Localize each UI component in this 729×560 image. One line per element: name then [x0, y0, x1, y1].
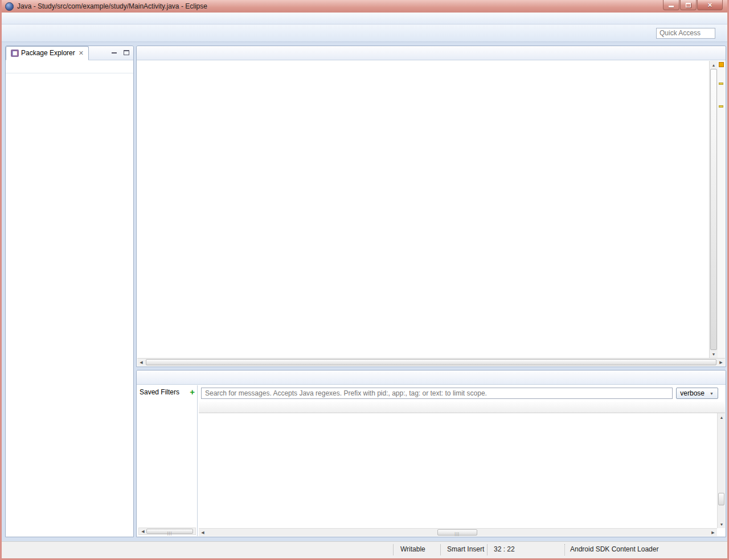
logcat-vertical-scrollbar[interactable]: ▲ ▼ [717, 413, 725, 528]
saved-filters-header: Saved Filters + [137, 385, 197, 398]
window-title: Java - Study/src/com/example/study/MainA… [17, 2, 207, 10]
scroll-down-icon[interactable]: ▼ [718, 520, 725, 528]
scroll-right-icon[interactable]: ▶ [709, 529, 717, 536]
logcat-horizontal-scrollbar[interactable]: ◀ ▶ ||| [199, 528, 717, 536]
menu-bar [2, 13, 727, 24]
logcat-toolbar: verbose ▼ [198, 385, 725, 401]
scroll-left-icon[interactable]: ◀ [199, 529, 207, 536]
editor-tabbar [137, 46, 726, 60]
logcat-main: verbose ▼ ▲ ▼ ◀ [198, 385, 725, 536]
scrollbar-thumb[interactable] [710, 69, 717, 350]
package-explorer-toolbar [6, 60, 133, 73]
project-tree [6, 73, 133, 75]
restore-button[interactable] [680, 0, 697, 10]
saved-filters-pane: Saved Filters + ◀ ||| [137, 385, 198, 536]
close-view-icon[interactable]: ✕ [79, 50, 84, 57]
background-task-status[interactable]: Android SDK Content Loader [570, 545, 658, 553]
logcat-view: Saved Filters + ◀ ||| verbose ▼ [137, 385, 725, 536]
quick-access-wrap [656, 28, 715, 39]
caret-position: 32 : 22 [494, 545, 515, 553]
eclipse-window: Java - Study/src/com/example/study/MainA… [0, 0, 729, 560]
logcat-table: ▲ ▼ ◀ ▶ ||| [199, 402, 725, 536]
minimize-button[interactable] [663, 0, 679, 10]
package-explorer-tab[interactable]: ▦ Package Explorer ✕ [6, 46, 89, 60]
close-button[interactable]: × [697, 0, 723, 10]
chevron-down-icon: ▼ [709, 392, 714, 396]
status-bar: Writable Smart Insert 32 : 22 Android SD… [2, 541, 727, 558]
main-toolbar [2, 24, 727, 42]
overview-warning-header[interactable] [719, 62, 724, 67]
editor-panel: ▲ ▼ ◀ ▶ [136, 46, 726, 367]
insert-mode-status: Smart Insert [447, 545, 484, 553]
logcat-search-input[interactable] [201, 388, 673, 399]
editor-horizontal-scrollbar[interactable]: ◀ ▶ [137, 358, 725, 366]
window-controls: × [662, 0, 723, 10]
title-bar[interactable]: Java - Study/src/com/example/study/MainA… [2, 0, 727, 13]
scrollbar-thumb[interactable]: ||| [437, 529, 477, 536]
scroll-up-icon[interactable]: ▲ [718, 413, 725, 421]
overview-ruler[interactable] [718, 61, 725, 358]
scrollbar-thumb[interactable] [146, 359, 716, 365]
saved-filters-title: Saved Filters [140, 388, 179, 396]
scroll-left-icon[interactable]: ◀ [137, 359, 145, 367]
package-explorer-header: ▦ Package Explorer ✕ [6, 46, 133, 60]
filters-horizontal-scrollbar[interactable]: ◀ ||| [138, 528, 196, 535]
code-editor[interactable] [137, 61, 725, 358]
scroll-left-icon[interactable]: ◀ [139, 528, 147, 536]
bottom-tabbar [137, 370, 726, 385]
quick-access-input[interactable] [656, 28, 715, 39]
console-logcat-panel: Saved Filters + ◀ ||| verbose ▼ [136, 370, 726, 537]
warning-marker[interactable] [719, 105, 723, 108]
eclipse-logo-icon [5, 2, 14, 11]
logcat-table-header [199, 402, 725, 413]
writable-status: Writable [400, 545, 425, 553]
editor-vertical-scrollbar[interactable]: ▲ ▼ [709, 61, 718, 358]
scrollbar-thumb[interactable] [718, 493, 724, 505]
restore-icon [686, 3, 691, 7]
package-explorer-title: Package Explorer [21, 49, 75, 57]
add-filter-icon[interactable]: + [190, 389, 195, 396]
scroll-right-icon[interactable]: ▶ [717, 359, 725, 367]
workbench: ▦ Package Explorer ✕ ▲ ▼ [2, 42, 727, 543]
minimize-icon [669, 6, 674, 7]
log-level-dropdown[interactable]: verbose ▼ [676, 388, 718, 399]
view-minmax [109, 48, 131, 56]
package-explorer-panel: ▦ Package Explorer ✕ [5, 46, 134, 537]
log-level-value: verbose [680, 389, 705, 397]
maximize-view-button[interactable] [122, 48, 131, 56]
package-explorer-icon: ▦ [11, 50, 19, 57]
close-icon: × [708, 1, 712, 9]
warning-marker[interactable] [719, 83, 723, 85]
minimize-view-button[interactable] [109, 48, 118, 56]
scroll-up-icon[interactable]: ▲ [710, 61, 718, 69]
scroll-down-icon[interactable]: ▼ [710, 350, 718, 358]
scrollbar-thumb[interactable]: ||| [146, 529, 193, 534]
